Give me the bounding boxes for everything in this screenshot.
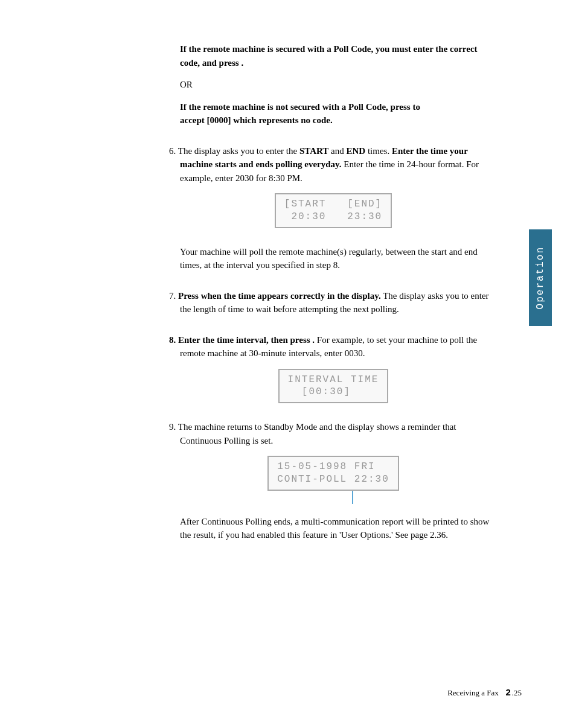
no-code-note: If the remote machine is not secured wit…	[169, 100, 498, 127]
lcd-display-standby: 15-05-1998 FRI CONTI-POLL 22:30	[267, 456, 399, 491]
step6-after: Your machine will poll the remote machin…	[169, 245, 498, 272]
lcd-display-interval: INTERVAL TIME [00:30]	[278, 369, 389, 404]
step-8: 8. Enter the time interval, then press .…	[169, 333, 498, 360]
footer-page: .25	[512, 688, 522, 697]
no-code-line1: If the remote machine is not secured wit…	[180, 102, 420, 112]
page-footer: Receiving a Fax 2.25	[447, 687, 522, 698]
side-tab: Operation	[529, 229, 552, 326]
footer-section: Receiving a Fax	[447, 688, 498, 697]
step6-end: END	[347, 146, 366, 156]
pointer-line-icon	[352, 491, 353, 504]
step6-text-a: 6. The display asks you to enter the	[169, 146, 299, 156]
lcd-with-pointer: 15-05-1998 FRI CONTI-POLL 22:30	[267, 456, 399, 491]
step6-start: START	[299, 146, 328, 156]
or-text: OR	[169, 78, 498, 92]
step7-num: 7.	[169, 291, 178, 301]
step-6: 6. The display asks you to enter the STA…	[169, 144, 498, 185]
poll-code-note: If the remote machine is secured with a …	[169, 42, 498, 69]
page-content: If the remote machine is secured with a …	[0, 0, 576, 542]
step7-bold: Press when the time appears correctly in…	[178, 291, 381, 301]
side-tab-label: Operation	[535, 246, 546, 309]
step9-after: After Continuous Polling ends, a multi-c…	[169, 515, 498, 542]
no-code-line2: accept [0000] which represents no code.	[180, 115, 333, 125]
step8-bold: 8. Enter the time interval, then press .	[169, 335, 315, 345]
step-9: 9. The machine returns to Standby Mode a…	[169, 420, 498, 447]
step-7: 7. Press when the time appears correctly…	[169, 289, 498, 316]
lcd-display-start-end: [START [END] 20:30 23:30	[275, 193, 392, 228]
footer-chapter: 2	[505, 687, 510, 697]
step6-text-c: times.	[365, 146, 392, 156]
step6-text-b: and	[328, 146, 346, 156]
